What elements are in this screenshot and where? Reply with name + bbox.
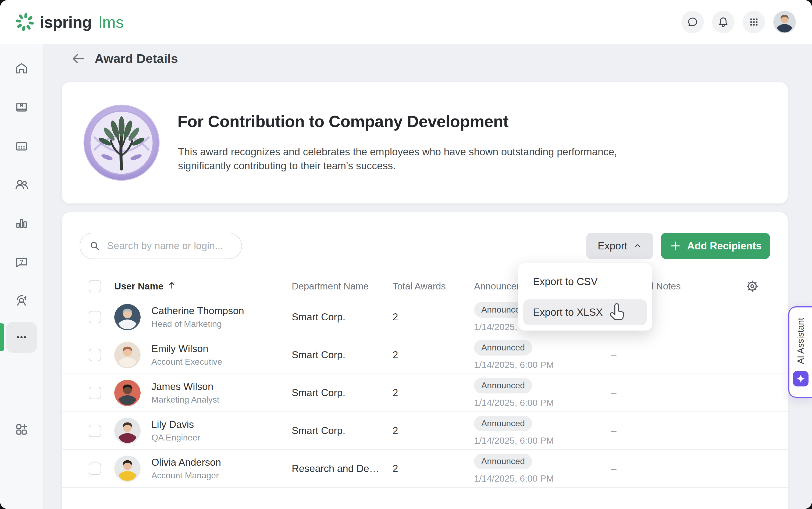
bell-icon xyxy=(717,16,729,28)
back-button[interactable] xyxy=(69,50,87,67)
user-name: Emily Wilson xyxy=(151,343,222,354)
table-row[interactable]: James Wilson Marketing Analyst Smart Cor… xyxy=(62,374,788,412)
users-icon xyxy=(14,177,29,192)
award-title: For Contribution to Company Development xyxy=(177,112,509,131)
export-menu: Export to CSVExport to XLSX xyxy=(518,263,652,331)
announcement-date: 1/14/2025, 6:00 PM xyxy=(474,473,554,484)
department-name: Smart Corp. xyxy=(292,387,393,399)
status-badge: Announced xyxy=(474,454,532,469)
chevron-up-icon xyxy=(633,242,642,250)
table-row[interactable]: Olivia Anderson Account Manager Research… xyxy=(62,450,788,488)
chart-icon xyxy=(14,216,29,231)
ispring-logo[interactable]: ispring lms xyxy=(15,12,124,32)
book-icon xyxy=(14,100,29,115)
gear-icon[interactable] xyxy=(745,279,760,294)
table-row[interactable]: Lily Davis QA Engineer Smart Corp. 2 Ann… xyxy=(62,412,788,450)
announcement-date: 1/14/2025, 6:00 PM xyxy=(474,398,554,408)
apps-button[interactable] xyxy=(743,11,765,33)
home-icon xyxy=(14,61,29,76)
ispring-logo-icon xyxy=(15,12,34,32)
user-role: QA Engineer xyxy=(151,433,200,443)
row-checkbox[interactable] xyxy=(89,425,101,437)
export-button[interactable]: Export xyxy=(586,233,653,259)
column-header-department[interactable]: Department Name xyxy=(292,281,393,292)
logo-text-lms: lms xyxy=(99,13,124,31)
add-recipients-label: Add Recipients xyxy=(687,240,762,252)
more-icon xyxy=(14,330,29,345)
search-icon xyxy=(89,240,101,252)
export-button-label: Export xyxy=(598,240,627,252)
logo-text-ispring: ispring xyxy=(40,13,92,31)
status-badge: Announced xyxy=(474,378,532,394)
user-avatar xyxy=(114,342,141,368)
total-awards: 2 xyxy=(393,387,474,399)
user-name: James Wilson xyxy=(151,381,219,393)
grid-icon xyxy=(748,16,760,28)
user-role: Account Manager xyxy=(151,471,221,480)
status-badge: Announced xyxy=(474,340,532,355)
messages-button[interactable] xyxy=(681,11,704,33)
total-awards: 2 xyxy=(393,425,474,436)
department-name: Smart Corp. xyxy=(292,311,393,323)
plus-icon xyxy=(670,240,681,252)
user-avatar xyxy=(114,455,141,482)
announcement-date: 1/14/2025, 6:00 PM xyxy=(474,435,554,446)
user-avatar-menu[interactable] xyxy=(773,11,796,33)
total-awards: 2 xyxy=(393,463,474,474)
topbar-actions xyxy=(681,11,796,33)
award-badge-image xyxy=(83,105,160,181)
sort-ascending-icon xyxy=(167,280,176,292)
sidebar-item-addons[interactable] xyxy=(6,414,37,445)
status-badge: Announced xyxy=(474,416,532,431)
related-notes-value: – xyxy=(610,349,745,361)
related-notes-value: – xyxy=(610,425,745,436)
award-card: For Contribution to Company Development … xyxy=(62,82,788,203)
user-role: Head of Marketing xyxy=(151,319,244,329)
search-input[interactable] xyxy=(106,240,238,252)
app-window: ispring lms ? Award Details xyxy=(0,0,812,509)
sidebar-item-trainings[interactable] xyxy=(6,285,37,316)
search-field xyxy=(79,233,242,259)
select-all-checkbox[interactable] xyxy=(89,280,101,293)
calendar-icon xyxy=(14,138,29,154)
user-avatar xyxy=(114,304,141,330)
column-header-total-awards[interactable]: Total Awards xyxy=(393,281,474,292)
table-row[interactable]: Catherine Thompson Head of Marketing Sma… xyxy=(62,298,788,336)
announcement-date: 1/14/2025, 6:00 PM xyxy=(474,360,554,370)
sidebar-item-learning[interactable] xyxy=(6,92,37,123)
sidebar: ? xyxy=(0,44,43,509)
row-checkbox[interactable] xyxy=(89,349,101,361)
menu-item-export-to-csv[interactable]: Export to CSV xyxy=(523,269,647,295)
sidebar-item-reports[interactable] xyxy=(6,208,37,239)
sidebar-item-home[interactable] xyxy=(6,53,37,84)
user-role: Account Executive xyxy=(151,357,222,367)
add-recipients-button[interactable]: Add Recipients xyxy=(661,233,770,259)
award-description: This award recognizes and celebrates the… xyxy=(178,145,624,173)
user-avatar xyxy=(114,380,141,406)
sidebar-item-more[interactable] xyxy=(6,322,37,353)
sidebar-item-calendar[interactable] xyxy=(6,130,37,162)
row-checkbox[interactable] xyxy=(89,387,101,399)
ai-assistant-tab[interactable]: AI Assistant xyxy=(788,306,812,398)
user-name: Lily Davis xyxy=(151,419,200,430)
table-row[interactable]: Emily Wilson Account Executive Smart Cor… xyxy=(62,336,788,374)
user-name: Catherine Thompson xyxy=(151,305,244,316)
user-name: Olivia Anderson xyxy=(151,457,221,468)
department-name: Smart Corp. xyxy=(292,349,393,361)
notifications-button[interactable] xyxy=(712,11,735,33)
menu-item-export-to-xlsx[interactable]: Export to XLSX xyxy=(523,299,647,325)
table-header: User Name Department Name Total Awards A… xyxy=(62,275,788,298)
row-checkbox[interactable] xyxy=(89,463,101,475)
sidebar-item-users[interactable] xyxy=(6,169,37,200)
svg-text:?: ? xyxy=(20,259,23,265)
top-bar: ispring lms xyxy=(0,0,812,44)
column-header-user-name[interactable]: User Name xyxy=(114,280,292,292)
department-name: Research and De… xyxy=(292,463,393,474)
user-role: Marketing Analyst xyxy=(151,395,219,405)
total-awards: 2 xyxy=(393,349,474,361)
sidebar-item-support[interactable]: ? xyxy=(6,246,37,278)
page-title: Award Details xyxy=(95,51,178,66)
ai-sparkle-icon xyxy=(793,371,809,386)
row-checkbox[interactable] xyxy=(89,311,101,323)
addons-icon xyxy=(14,422,29,437)
